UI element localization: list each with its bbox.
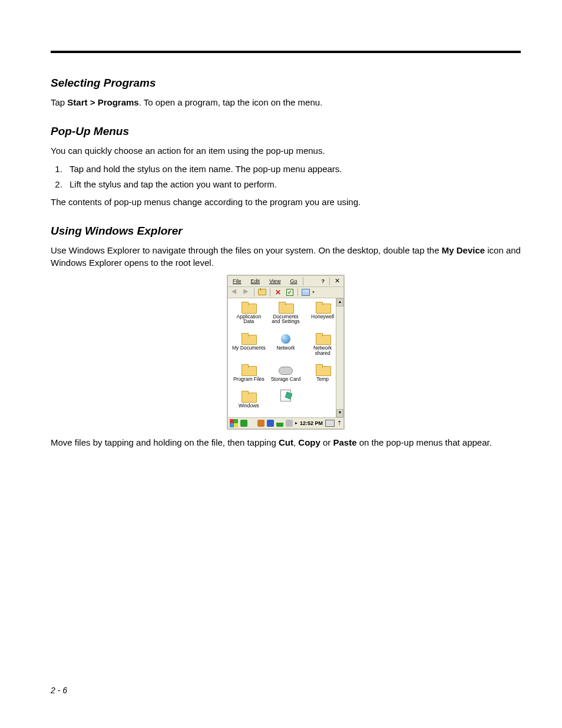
close-icon[interactable]: ✕ [332,277,342,285]
folder-icon [242,302,256,312]
folder-label: Documents and Settings [269,314,303,324]
paragraph: You can quickly choose an action for an … [51,145,521,157]
folder-label: Program Files [233,377,265,382]
folder-item[interactable]: Documents and Settings [267,302,305,330]
divider [270,288,270,297]
keyboard-icon[interactable] [325,420,335,427]
windows-explorer-screenshot: File Edit View Go ? ✕ ⯇ ⯈ ↑ ✕ ✓ [227,275,345,430]
help-icon[interactable]: ? [319,278,328,284]
horizontal-rule [51,51,521,53]
folder-icon [242,364,256,375]
folder-item[interactable]: Application Data [230,302,267,330]
text: Use Windows Explorer to navigate through… [51,245,442,255]
delete-icon[interactable]: ✕ [274,288,282,297]
text-bold: Cut [279,437,293,447]
tray-icon[interactable] [257,420,265,427]
clock: 12:52 PM [300,420,323,426]
start-icon[interactable] [230,419,238,427]
file-area: Application Data Documents and Settings … [228,298,343,417]
folder-item[interactable]: My Documents [230,333,267,361]
paragraph: Move files by tapping and holding on the… [51,437,521,449]
divider [303,277,303,285]
taskbar: ▸ 12:52 PM ⇡ [228,417,343,429]
folder-icon [316,302,330,312]
ordered-list: Tap and hold the stylus on the item name… [51,163,521,191]
folder-label: Honeywell [311,314,334,319]
menubar: File Edit View Go ? ✕ [228,276,343,287]
note-icon [279,391,293,401]
folder-label: Storage Card [271,377,301,382]
folder-label: Temp [316,377,329,382]
folder-icon [242,333,256,344]
forward-icon[interactable]: ⯈ [242,288,250,297]
divider [329,277,330,285]
back-icon[interactable]: ⯇ [230,288,239,297]
folder-item[interactable]: Windows [230,391,267,414]
tray-expand-icon[interactable]: ▸ [295,420,297,426]
list-item: Lift the stylus and tap the action you w… [65,179,521,190]
menu-go[interactable]: Go [286,278,300,284]
chevron-down-icon[interactable]: ▾ [312,289,315,295]
folder-icon [242,391,256,401]
paragraph: Use Windows Explorer to navigate through… [51,245,521,269]
heading-selecting-programs: Selecting Programs [51,77,521,90]
text: on the pop-up menus that appear. [357,437,492,447]
list-item: Tap and hold the stylus on the item name… [65,163,521,175]
figure-wrapper: File Edit View Go ? ✕ ⯇ ⯈ ↑ ✕ ✓ [51,275,521,430]
scrollbar[interactable]: ▴ ▾ [336,298,343,417]
scroll-down-icon[interactable]: ▾ [336,409,343,417]
menu-file[interactable]: File [229,278,245,284]
scroll-up-icon[interactable]: ▴ [336,298,343,307]
properties-icon[interactable]: ✓ [286,288,294,297]
paragraph: Tap Start > Programs. To open a program,… [51,97,521,108]
heading-popup-menus: Pop-Up Menus [51,125,521,138]
folder-item[interactable]: Program Files [230,364,267,387]
menu-edit[interactable]: Edit [247,278,264,284]
folder-item[interactable]: Storage Card [267,364,305,387]
up-folder-icon[interactable]: ↑ [258,288,266,297]
view-mode-icon[interactable] [302,288,310,297]
menu-view[interactable]: View [266,278,284,284]
folder-label: Network [276,345,295,351]
storage-card-icon [279,364,293,375]
heading-using-windows-explorer: Using Windows Explorer [51,225,521,238]
text: Tap [51,97,67,107]
text-bold: Copy [298,437,320,447]
paragraph: The contents of pop-up menus change acco… [51,196,521,208]
text: Move files by tapping and holding on the… [51,437,279,447]
toolbar: ⯇ ⯈ ↑ ✕ ✓ ▾ [228,287,343,298]
text-bold: My Device [442,245,485,255]
folder-item[interactable]: Network [267,333,305,361]
network-icon [279,333,293,344]
text: . To open a program, tap the icon on the… [139,97,323,107]
arrow-up-icon[interactable]: ⇡ [337,420,342,426]
text: or [320,437,333,447]
folder-label: Network shared [306,345,340,355]
folder-icon [316,333,330,344]
text-bold: Start > Programs [67,97,138,107]
signal-icon[interactable] [276,420,283,427]
page-number: 2 - 6 [51,686,67,695]
folder-label: My Documents [232,345,266,351]
file-item[interactable] [267,391,305,414]
divider [254,288,254,297]
folder-label: Application Data [232,314,266,324]
folder-label: Windows [239,403,259,409]
folder-icon [316,364,330,375]
divider [297,288,298,297]
folder-icon [279,302,293,312]
bluetooth-icon[interactable] [267,420,274,427]
text-bold: Paste [333,437,356,447]
tray-icon[interactable] [286,420,293,427]
tray-icon[interactable] [240,420,247,427]
document-page: Selecting Programs Tap Start > Programs.… [0,0,562,728]
